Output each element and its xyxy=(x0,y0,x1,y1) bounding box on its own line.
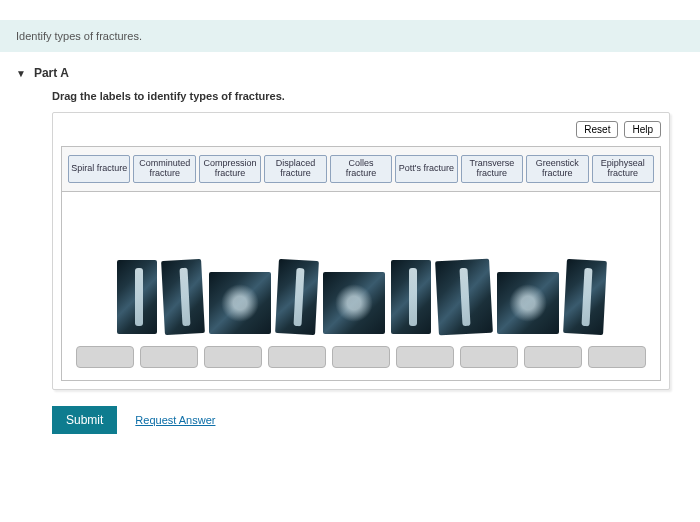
label-spiral-fracture[interactable]: Spiral fracture xyxy=(68,155,130,183)
action-row: Submit Request Answer xyxy=(52,406,670,434)
question-prompt: Drag the labels to identify types of fra… xyxy=(0,86,700,112)
xray-image-2 xyxy=(161,259,205,335)
xray-image-4 xyxy=(275,259,319,335)
label-epiphyseal-fracture[interactable]: Epiphyseal fracture xyxy=(592,155,654,183)
xray-image-5 xyxy=(323,272,385,334)
submit-button[interactable]: Submit xyxy=(52,406,117,434)
labels-tray: Spiral fracture Comminuted fracture Comp… xyxy=(61,146,661,192)
help-button[interactable]: Help xyxy=(624,121,661,138)
drop-slot-9[interactable] xyxy=(588,346,646,368)
xray-images-row xyxy=(70,252,652,334)
part-label: Part A xyxy=(34,66,69,80)
label-compression-fracture[interactable]: Compression fracture xyxy=(199,155,261,183)
label-displaced-fracture[interactable]: Displaced fracture xyxy=(264,155,326,183)
xray-image-3 xyxy=(209,272,271,334)
drop-slot-6[interactable] xyxy=(396,346,454,368)
activity-controls: Reset Help xyxy=(61,121,661,138)
xray-image-1 xyxy=(117,260,157,334)
drop-slot-3[interactable] xyxy=(204,346,262,368)
figure-area xyxy=(61,192,661,381)
label-potts-fracture[interactable]: Pott's fracture xyxy=(395,155,457,183)
collapse-caret-icon: ▼ xyxy=(16,68,26,79)
drop-slot-5[interactable] xyxy=(332,346,390,368)
xray-image-7 xyxy=(435,259,493,336)
label-colles-fracture[interactable]: Colles fracture xyxy=(330,155,392,183)
xray-image-8 xyxy=(497,272,559,334)
drop-slot-2[interactable] xyxy=(140,346,198,368)
drop-slot-7[interactable] xyxy=(460,346,518,368)
reset-button[interactable]: Reset xyxy=(576,121,618,138)
drop-slot-1[interactable] xyxy=(76,346,134,368)
request-answer-link[interactable]: Request Answer xyxy=(135,414,215,426)
part-header[interactable]: ▼ Part A xyxy=(0,52,700,86)
assignment-instruction: Identify types of fractures. xyxy=(0,20,700,52)
xray-image-6 xyxy=(391,260,431,334)
label-transverse-fracture[interactable]: Transverse fracture xyxy=(461,155,523,183)
drop-slot-4[interactable] xyxy=(268,346,326,368)
label-comminuted-fracture[interactable]: Comminuted fracture xyxy=(133,155,195,183)
label-greenstick-fracture[interactable]: Greenstick fracture xyxy=(526,155,588,183)
dropzone-row xyxy=(70,346,652,368)
drag-drop-activity: Reset Help Spiral fracture Comminuted fr… xyxy=(52,112,670,390)
xray-image-9 xyxy=(563,259,607,335)
drop-slot-8[interactable] xyxy=(524,346,582,368)
